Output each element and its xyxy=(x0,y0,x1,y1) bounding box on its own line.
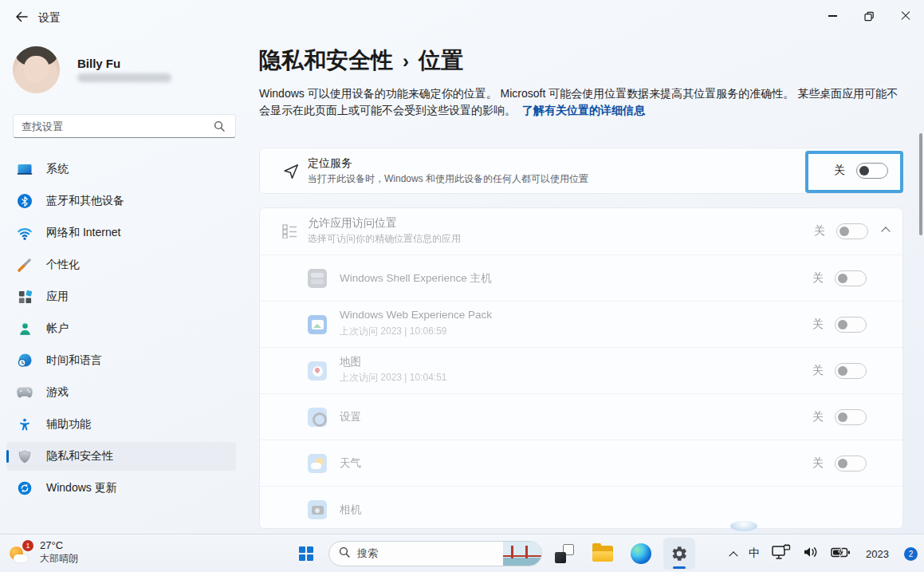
app-last-access: 上次访问 2023 | 10:04:51 xyxy=(340,371,447,385)
start-button[interactable] xyxy=(290,538,322,570)
location-services-row: 定位服务 当打开此设备时，Windows 和使用此设备的任何人都可以使用位置 关 xyxy=(259,148,903,194)
app-access-toggle[interactable] xyxy=(836,223,868,239)
widgets-button[interactable]: 1 27°C 大部晴朗 xyxy=(8,539,78,566)
breadcrumb-separator-icon: › xyxy=(403,50,409,72)
ime-indicator[interactable]: 中 xyxy=(749,546,760,561)
back-button[interactable] xyxy=(10,7,33,26)
breadcrumb-parent[interactable]: 隐私和安全性 xyxy=(259,48,393,73)
page-description: Windows 可以使用设备的功能来确定你的位置。 Microsoft 可能会使… xyxy=(259,85,905,119)
app-access-subtitle: 选择可访问你的精确位置信息的应用 xyxy=(308,232,461,246)
search-input[interactable] xyxy=(13,114,236,138)
network-icon[interactable] xyxy=(772,544,791,563)
sidebar-item-system[interactable]: 系统 xyxy=(6,155,236,183)
sidebar-item-label: 个性化 xyxy=(46,258,80,272)
app-toggle-label: 关 xyxy=(812,456,824,471)
learn-more-link[interactable]: 了解有关位置的详细信息 xyxy=(522,104,645,116)
edge-browser-button[interactable] xyxy=(625,538,657,570)
sidebar-item-accounts[interactable]: 帐户 xyxy=(6,314,236,343)
app-access-toggle-label: 关 xyxy=(814,224,825,239)
gamepad-icon xyxy=(16,386,33,399)
location-services-toggle[interactable] xyxy=(856,163,888,179)
sidebar-item-label: 网络和 Internet xyxy=(46,226,120,240)
app-name: Windows Web Experience Pack xyxy=(340,309,492,321)
tray-overflow-chevron-icon[interactable] xyxy=(729,551,737,560)
location-services-title: 定位服务 xyxy=(308,156,352,171)
shield-icon xyxy=(16,449,33,464)
collapse-chevron-icon[interactable] xyxy=(881,227,890,235)
search-highlight-image xyxy=(503,542,541,566)
weather-app-icon xyxy=(308,454,327,473)
app-name: Windows Shell Experience 主机 xyxy=(340,271,492,286)
scrollbar-thumb[interactable] xyxy=(919,133,922,235)
sidebar-item-label: Windows 更新 xyxy=(46,481,117,495)
app-toggle[interactable] xyxy=(835,409,867,425)
back-arrow-icon xyxy=(15,11,28,22)
app-toggle[interactable] xyxy=(835,456,867,471)
sidebar-item-label: 帐户 xyxy=(46,322,69,336)
sidebar-item-bluetooth[interactable]: 蓝牙和其他设备 xyxy=(6,187,236,215)
edge-icon xyxy=(631,543,651,564)
sidebar-item-label: 应用 xyxy=(46,290,69,304)
battery-charging-icon[interactable] xyxy=(831,546,851,562)
app-list-icon xyxy=(282,224,298,242)
weather-icon: 1 xyxy=(8,540,33,566)
minimize-button[interactable] xyxy=(814,0,851,32)
titlebar: 设置 xyxy=(0,0,924,32)
accessibility-icon xyxy=(16,417,33,432)
restore-button[interactable] xyxy=(851,0,887,32)
app-last-access: 上次访问 2023 | 10:06:59 xyxy=(340,325,447,338)
maps-app-icon xyxy=(308,361,327,381)
close-button[interactable] xyxy=(887,0,924,32)
sidebar-item-apps[interactable]: 应用 xyxy=(6,282,236,311)
minimize-icon xyxy=(828,15,837,16)
settings-window: 设置 Billy Fu 系统 蓝牙和其他设备 xyxy=(0,0,924,572)
app-toggle[interactable] xyxy=(835,317,867,333)
sidebar-item-label: 时间和语言 xyxy=(46,353,102,368)
user-name: Billy Fu xyxy=(77,57,120,70)
task-view-icon xyxy=(555,544,574,563)
clock-date[interactable]: 2023 xyxy=(866,548,889,560)
app-toggle-label: 关 xyxy=(812,271,824,286)
sidebar-item-privacy-security[interactable]: 隐私和安全性 xyxy=(6,442,236,471)
restore-icon xyxy=(864,11,875,22)
app-toggle-label: 关 xyxy=(812,364,824,378)
app-title: 设置 xyxy=(38,11,61,26)
app-name: 相机 xyxy=(340,503,361,517)
weather-temperature: 27°C xyxy=(40,539,78,551)
sidebar-item-accessibility[interactable]: 辅助功能 xyxy=(6,410,236,439)
sidebar-item-label: 蓝牙和其他设备 xyxy=(46,194,124,208)
app-toggle[interactable] xyxy=(835,363,867,379)
location-arrow-icon xyxy=(282,163,300,183)
sidebar-item-windows-update[interactable]: Windows 更新 xyxy=(6,474,236,503)
search-icon xyxy=(339,546,350,561)
avatar[interactable] xyxy=(13,46,60,93)
app-row-camera: 相机 xyxy=(260,486,902,529)
app-row-maps: 地图 上次访问 2023 | 10:04:51 关 xyxy=(260,347,902,393)
widgets-badge: 1 xyxy=(22,540,33,551)
settings-app-icon xyxy=(308,408,327,427)
volume-icon[interactable] xyxy=(803,546,819,562)
app-row-settings: 设置 关 xyxy=(260,393,902,440)
app-toggle-label: 关 xyxy=(812,318,824,332)
taskbar-search[interactable]: 搜索 xyxy=(328,541,542,566)
sidebar-item-personalization[interactable]: 个性化 xyxy=(6,250,236,279)
app-access-title: 允许应用访问位置 xyxy=(308,216,397,231)
app-row-weather: 天气 关 xyxy=(260,440,902,486)
app-row-shell-experience: Windows Shell Experience 主机 关 xyxy=(260,254,902,301)
app-toggle[interactable] xyxy=(835,270,867,286)
gear-icon xyxy=(670,545,688,562)
breadcrumb: 隐私和安全性›位置 xyxy=(259,45,463,76)
camera-app-icon xyxy=(308,500,327,519)
settings-app-button[interactable] xyxy=(663,538,695,570)
task-view-button[interactable] xyxy=(549,538,580,570)
windows-logo-icon xyxy=(299,546,314,562)
notification-badge[interactable]: 2 xyxy=(904,547,918,561)
file-explorer-button[interactable] xyxy=(587,538,619,570)
apps-icon xyxy=(16,290,33,305)
sidebar-item-network[interactable]: 网络和 Internet xyxy=(6,219,236,247)
sidebar-item-gaming[interactable]: 游戏 xyxy=(6,378,236,407)
search-icon[interactable] xyxy=(214,120,225,135)
taskbar: 1 27°C 大部晴朗 搜索 xyxy=(0,534,924,572)
app-access-group: 允许应用访问位置 选择可访问你的精确位置信息的应用 关 Windows Shel… xyxy=(259,207,903,529)
sidebar-item-time-language[interactable]: 时间和语言 xyxy=(6,346,236,375)
